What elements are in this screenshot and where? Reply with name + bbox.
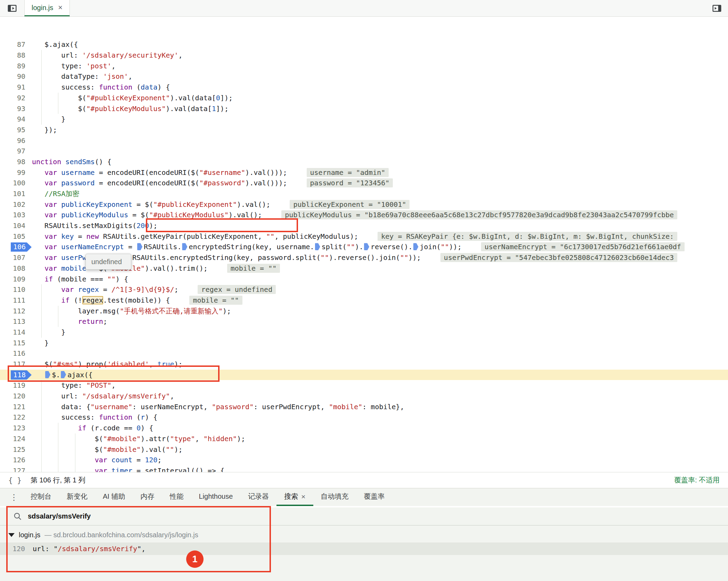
code-text[interactable]: return; — [32, 316, 728, 327]
line-number[interactable]: 96 — [0, 135, 32, 146]
code-text[interactable]: type: "POST", — [32, 380, 728, 391]
line-number[interactable]: 92 — [0, 93, 32, 103]
code-text[interactable]: $("#mobile").val(""); — [32, 444, 728, 455]
code-text[interactable]: success: function (data) { — [32, 82, 728, 93]
line-number[interactable]: 104 — [0, 220, 32, 231]
code-text[interactable] — [32, 348, 728, 359]
more-tools-menu-icon[interactable]: ⋮ — [5, 488, 23, 506]
code-text[interactable]: var key = new RSAUtils.getKeyPair(public… — [32, 231, 728, 242]
code-text[interactable]: if (!regex.test(mobile)) {mobile = "" — [32, 295, 728, 306]
code-text[interactable]: layer.msg("手机号格式不正确,请重新输入"); — [32, 306, 728, 317]
line-number[interactable]: 105 — [0, 231, 32, 242]
code-text[interactable]: data: {"username": userNameEncrypt, "pas… — [32, 402, 728, 412]
line-number[interactable]: 93 — [0, 103, 32, 114]
code-text[interactable] — [32, 135, 728, 146]
drawer-tab-console[interactable]: 控制台 — [23, 488, 59, 506]
code-text[interactable]: }); — [32, 125, 728, 135]
drawer-tab-memory[interactable]: 内存 — [133, 488, 162, 506]
code-text[interactable]: if (mobile === "") { — [32, 274, 728, 285]
code-text[interactable]: var userNameEncrypt = RSAUtils.encrypted… — [32, 242, 728, 252]
code-text[interactable]: if (r.code == 0) { — [32, 423, 728, 433]
code-text[interactable]: url: "/sdsalary/smsVerify", — [32, 391, 728, 402]
breakpoint-marker[interactable]: 106 — [11, 242, 32, 252]
code-text[interactable]: url: '/sdsalary/securityKey', — [32, 50, 728, 61]
code-text[interactable]: var publicKeyExponent = $("#publicKeyExp… — [32, 199, 728, 210]
drawer-tab-coverage[interactable]: 覆盖率 — [356, 488, 392, 506]
line-number[interactable]: 112 — [0, 306, 32, 317]
code-text[interactable]: type: 'post', — [32, 61, 728, 71]
line-number[interactable]: 90 — [0, 71, 32, 82]
file-tab-login-js[interactable]: login.js × — [24, 0, 70, 16]
code-text[interactable]: } — [32, 327, 728, 338]
code-text[interactable]: } — [32, 114, 728, 125]
code-editor[interactable]: 87 $.ajax({88 url: '/sdsalary/securityKe… — [0, 17, 728, 472]
code-text[interactable]: var mobile = $("#mobile").val().trim();m… — [32, 263, 728, 274]
code-text[interactable]: var regex = /^1[3-9]\d{9}$/;regex = unde… — [32, 284, 728, 295]
line-number[interactable]: 97 — [0, 146, 32, 157]
line-number[interactable]: 121 — [0, 402, 32, 412]
inline-breakpoint-icon[interactable] — [364, 243, 369, 250]
line-number[interactable]: 114 — [0, 327, 32, 338]
line-number[interactable]: 125 — [0, 444, 32, 455]
inline-breakpoint-icon[interactable] — [413, 243, 419, 250]
toggle-debugger-sidebar-icon[interactable] — [706, 0, 728, 16]
code-text[interactable]: var password = encodeURI(encodeURI($("#p… — [32, 178, 728, 188]
line-number[interactable]: 88 — [0, 50, 32, 61]
code-text[interactable]: $.ajax({ — [32, 39, 728, 50]
line-number[interactable]: 119 — [0, 380, 32, 391]
code-text[interactable] — [32, 146, 728, 157]
line-number[interactable]: 99 — [0, 167, 32, 178]
line-number[interactable]: 116 — [0, 348, 32, 359]
line-number[interactable]: 110 — [0, 284, 32, 295]
line-number[interactable]: 89 — [0, 61, 32, 71]
code-text[interactable]: var username = encodeURI(encodeURI($("#u… — [32, 167, 728, 178]
inline-breakpoint-icon[interactable] — [182, 243, 187, 250]
drawer-tab-lighthouse[interactable]: Lighthouse — [191, 488, 240, 506]
inline-breakpoint-icon[interactable] — [137, 243, 142, 250]
code-text[interactable]: $("#publicKeyModulus").val(data[1]); — [32, 103, 728, 114]
drawer-tab-changes[interactable]: 新变化 — [59, 488, 95, 506]
code-text[interactable]: unction sendSms() { — [32, 157, 728, 167]
pretty-print-button[interactable]: { } — [8, 476, 22, 485]
line-number[interactable]: 113 — [0, 316, 32, 327]
code-text[interactable]: $("#publicKeyExponent").val(data[0]); — [32, 93, 728, 103]
code-text[interactable]: success: function (r) { — [32, 412, 728, 423]
drawer-tab-performance[interactable]: 性能 — [162, 488, 191, 506]
line-number[interactable]: 94 — [0, 114, 32, 125]
inline-breakpoint-icon[interactable] — [315, 243, 320, 250]
drawer-tab-recorder[interactable]: 记录器 — [240, 488, 276, 506]
line-number[interactable]: 103 — [0, 210, 32, 220]
code-text[interactable]: //RSA加密 — [32, 188, 728, 199]
line-number[interactable]: 91 — [0, 82, 32, 93]
code-text[interactable]: dataType: 'json', — [32, 71, 728, 82]
line-number[interactable]: 120 — [0, 391, 32, 402]
toggle-navigator-sidebar-icon[interactable] — [0, 0, 24, 16]
line-number[interactable]: 106 — [0, 242, 32, 252]
line-number[interactable]: 101 — [0, 188, 32, 199]
drawer-tab-search[interactable]: 搜索× — [276, 488, 313, 506]
line-number[interactable]: 111 — [0, 295, 32, 306]
drawer-tab-autofill[interactable]: 自动填充 — [313, 488, 356, 506]
line-number[interactable]: 124 — [0, 433, 32, 444]
code-text[interactable]: var count = 120; — [32, 455, 728, 465]
code-text[interactable]: RSAUtils.setMaxDigits(200); — [32, 220, 728, 231]
line-number[interactable]: 122 — [0, 412, 32, 423]
line-number[interactable]: 87 — [0, 39, 32, 50]
close-search-tab-icon[interactable]: × — [301, 492, 305, 501]
code-text[interactable]: var publicKeyModulus = $("#publicKeyModu… — [32, 210, 728, 220]
line-number[interactable]: 108 — [0, 263, 32, 274]
code-text[interactable]: } — [32, 338, 728, 348]
line-number[interactable]: 126 — [0, 455, 32, 465]
line-number[interactable]: 102 — [0, 199, 32, 210]
code-text[interactable]: $("#mobile").attr("type", "hidden"); — [32, 433, 728, 444]
line-number[interactable]: 109 — [0, 274, 32, 285]
line-number[interactable]: 98 — [0, 157, 32, 167]
line-number[interactable]: 95 — [0, 125, 32, 135]
line-number[interactable]: 107 — [0, 252, 32, 263]
line-number[interactable]: 127 — [0, 465, 32, 472]
line-number[interactable]: 100 — [0, 178, 32, 188]
code-text[interactable]: var userPwdEncrypt = RSAUtils.encryptedS… — [32, 252, 728, 263]
line-number[interactable]: 123 — [0, 423, 32, 433]
close-tab-icon[interactable]: × — [58, 4, 63, 11]
line-number[interactable]: 115 — [0, 338, 32, 348]
